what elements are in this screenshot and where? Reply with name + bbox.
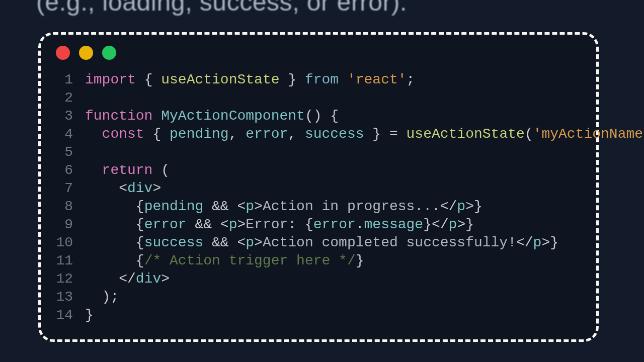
line-number: 11 [55, 252, 85, 270]
code-text: function MyActionComponent() { [85, 107, 339, 125]
code-line: 6 return ( [55, 161, 580, 179]
code-text: {success && <p>Action completed successf… [85, 234, 558, 252]
code-block: 1import { useActionState } from 'react';… [55, 71, 580, 324]
code-line: 4 const { pending, error, success } = us… [55, 125, 580, 143]
code-text: </div> [85, 270, 170, 288]
line-number: 12 [55, 270, 85, 288]
code-line: 13 ); [55, 288, 580, 306]
line-number: 13 [55, 288, 85, 306]
code-line: 14} [55, 306, 580, 324]
code-text: } [85, 306, 94, 324]
code-text: {/* Action trigger here */} [85, 252, 364, 270]
code-text [85, 143, 94, 161]
line-number: 14 [55, 306, 85, 324]
code-line: 12 </div> [55, 270, 580, 288]
line-number: 1 [55, 71, 85, 89]
code-text: {error && <p>Error: {error.message}</p>} [85, 216, 474, 234]
line-number: 4 [55, 125, 85, 143]
code-text [85, 89, 94, 107]
line-number: 10 [55, 234, 85, 252]
code-line: 8 {pending && <p>Action in progress...</… [55, 198, 580, 216]
slide: (e.g., loading, success, or error). 1imp… [0, 0, 644, 362]
zoom-icon [102, 46, 116, 60]
line-number: 8 [55, 198, 85, 216]
code-line: 1import { useActionState } from 'react'; [55, 71, 580, 89]
code-editor-window: 1import { useActionState } from 'react';… [38, 32, 599, 342]
code-line: 2 [55, 89, 580, 107]
close-icon [56, 46, 70, 60]
code-line: 11 {/* Action trigger here */} [55, 252, 580, 270]
heading-fragment: (e.g., loading, success, or error). [36, 0, 608, 16]
line-number: 6 [55, 161, 85, 179]
code-text: import { useActionState } from 'react'; [85, 71, 415, 89]
code-text: return ( [85, 161, 170, 179]
minimize-icon [79, 46, 93, 60]
line-number: 9 [55, 216, 85, 234]
code-text: ); [85, 288, 119, 306]
line-number: 3 [55, 107, 85, 125]
line-number: 5 [55, 143, 85, 161]
code-text: <div> [85, 179, 161, 198]
code-text: {pending && <p>Action in progress...</p>… [85, 198, 482, 216]
code-line: 9 {error && <p>Error: {error.message}</p… [55, 216, 580, 234]
code-line: 10 {success && <p>Action completed succe… [55, 234, 580, 252]
code-text: const { pending, error, success } = useA… [85, 125, 644, 143]
code-line: 7 <div> [55, 179, 580, 198]
code-line: 5 [55, 143, 580, 161]
code-line: 3function MyActionComponent() { [55, 107, 580, 125]
line-number: 7 [55, 179, 85, 198]
line-number: 2 [55, 89, 85, 107]
window-traffic-lights [56, 46, 580, 60]
